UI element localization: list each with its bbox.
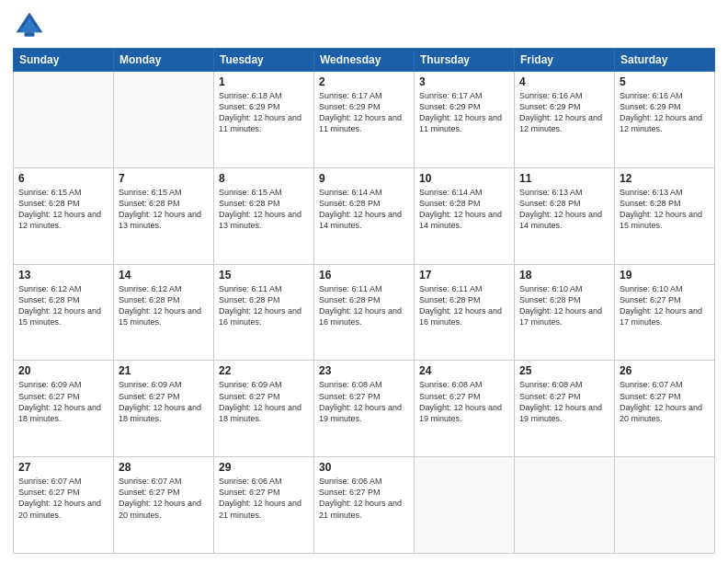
day-number: 8 — [219, 172, 309, 185]
week-row-0: 1Sunrise: 6:18 AM Sunset: 6:29 PM Daylig… — [14, 72, 715, 168]
day-number: 29 — [219, 461, 309, 474]
weekday-header-friday: Friday — [515, 49, 615, 72]
day-info: Sunrise: 6:09 AM Sunset: 6:27 PM Dayligh… — [18, 379, 108, 424]
day-info: Sunrise: 6:13 AM Sunset: 6:28 PM Dayligh… — [620, 187, 710, 232]
day-number: 1 — [219, 75, 309, 88]
week-row-3: 20Sunrise: 6:09 AM Sunset: 6:27 PM Dayli… — [14, 361, 715, 457]
calendar-cell: 18Sunrise: 6:10 AM Sunset: 6:28 PM Dayli… — [515, 264, 615, 361]
calendar-cell: 20Sunrise: 6:09 AM Sunset: 6:27 PM Dayli… — [14, 361, 114, 457]
day-number: 3 — [419, 75, 509, 88]
day-info: Sunrise: 6:15 AM Sunset: 6:28 PM Dayligh… — [18, 187, 108, 232]
calendar-cell: 5Sunrise: 6:16 AM Sunset: 6:29 PM Daylig… — [615, 72, 715, 168]
day-number: 25 — [519, 364, 609, 377]
calendar-cell: 8Sunrise: 6:15 AM Sunset: 6:28 PM Daylig… — [214, 167, 314, 264]
calendar-cell: 26Sunrise: 6:07 AM Sunset: 6:27 PM Dayli… — [615, 361, 715, 457]
calendar-cell: 12Sunrise: 6:13 AM Sunset: 6:28 PM Dayli… — [615, 167, 715, 264]
calendar-cell: 19Sunrise: 6:10 AM Sunset: 6:27 PM Dayli… — [615, 264, 715, 361]
calendar-cell: 27Sunrise: 6:07 AM Sunset: 6:27 PM Dayli… — [14, 457, 114, 554]
calendar-cell: 9Sunrise: 6:14 AM Sunset: 6:28 PM Daylig… — [314, 167, 415, 264]
week-row-1: 6Sunrise: 6:15 AM Sunset: 6:28 PM Daylig… — [14, 167, 715, 264]
calendar-cell: 11Sunrise: 6:13 AM Sunset: 6:28 PM Dayli… — [515, 167, 615, 264]
day-info: Sunrise: 6:09 AM Sunset: 6:27 PM Dayligh… — [219, 379, 309, 424]
calendar-cell — [415, 457, 515, 554]
calendar-cell: 10Sunrise: 6:14 AM Sunset: 6:28 PM Dayli… — [415, 167, 515, 264]
day-info: Sunrise: 6:11 AM Sunset: 6:28 PM Dayligh… — [319, 283, 409, 328]
day-number: 17 — [419, 269, 509, 282]
day-number: 4 — [519, 75, 609, 88]
week-row-2: 13Sunrise: 6:12 AM Sunset: 6:28 PM Dayli… — [14, 264, 715, 361]
weekday-header-tuesday: Tuesday — [214, 49, 314, 72]
calendar-body: 1Sunrise: 6:18 AM Sunset: 6:29 PM Daylig… — [14, 72, 715, 554]
day-info: Sunrise: 6:08 AM Sunset: 6:27 PM Dayligh… — [519, 379, 609, 424]
day-number: 14 — [119, 269, 209, 282]
calendar-cell — [615, 457, 715, 554]
calendar-cell: 13Sunrise: 6:12 AM Sunset: 6:28 PM Dayli… — [14, 264, 114, 361]
day-info: Sunrise: 6:16 AM Sunset: 6:29 PM Dayligh… — [620, 90, 710, 135]
calendar-cell: 14Sunrise: 6:12 AM Sunset: 6:28 PM Dayli… — [114, 264, 214, 361]
logo-icon — [13, 9, 46, 42]
day-info: Sunrise: 6:13 AM Sunset: 6:28 PM Dayligh… — [519, 187, 609, 232]
calendar-cell: 4Sunrise: 6:16 AM Sunset: 6:29 PM Daylig… — [515, 72, 615, 168]
day-info: Sunrise: 6:18 AM Sunset: 6:29 PM Dayligh… — [219, 90, 309, 135]
day-info: Sunrise: 6:15 AM Sunset: 6:28 PM Dayligh… — [119, 187, 209, 232]
calendar-cell: 15Sunrise: 6:11 AM Sunset: 6:28 PM Dayli… — [214, 264, 314, 361]
day-info: Sunrise: 6:17 AM Sunset: 6:29 PM Dayligh… — [319, 90, 409, 135]
calendar-cell: 28Sunrise: 6:07 AM Sunset: 6:27 PM Dayli… — [114, 457, 214, 554]
day-info: Sunrise: 6:12 AM Sunset: 6:28 PM Dayligh… — [18, 283, 108, 328]
day-info: Sunrise: 6:15 AM Sunset: 6:28 PM Dayligh… — [219, 187, 309, 232]
day-info: Sunrise: 6:11 AM Sunset: 6:28 PM Dayligh… — [419, 283, 509, 328]
calendar-header: SundayMondayTuesdayWednesdayThursdayFrid… — [14, 49, 715, 72]
calendar-cell: 1Sunrise: 6:18 AM Sunset: 6:29 PM Daylig… — [214, 72, 314, 168]
calendar-cell: 3Sunrise: 6:17 AM Sunset: 6:29 PM Daylig… — [415, 72, 515, 168]
day-number: 7 — [119, 172, 209, 185]
day-info: Sunrise: 6:16 AM Sunset: 6:29 PM Dayligh… — [519, 90, 609, 135]
weekday-header-wednesday: Wednesday — [314, 49, 415, 72]
calendar-cell: 16Sunrise: 6:11 AM Sunset: 6:28 PM Dayli… — [314, 264, 415, 361]
day-info: Sunrise: 6:08 AM Sunset: 6:27 PM Dayligh… — [419, 379, 509, 424]
day-number: 30 — [319, 461, 409, 474]
day-number: 12 — [620, 172, 710, 185]
calendar-cell: 21Sunrise: 6:09 AM Sunset: 6:27 PM Dayli… — [114, 361, 214, 457]
day-info: Sunrise: 6:12 AM Sunset: 6:28 PM Dayligh… — [119, 283, 209, 328]
day-info: Sunrise: 6:06 AM Sunset: 6:27 PM Dayligh… — [219, 476, 309, 521]
day-number: 9 — [319, 172, 409, 185]
weekday-header-sunday: Sunday — [14, 49, 114, 72]
day-info: Sunrise: 6:07 AM Sunset: 6:27 PM Dayligh… — [620, 379, 710, 424]
day-info: Sunrise: 6:14 AM Sunset: 6:28 PM Dayligh… — [419, 187, 509, 232]
day-number: 2 — [319, 75, 409, 88]
calendar-cell: 2Sunrise: 6:17 AM Sunset: 6:29 PM Daylig… — [314, 72, 415, 168]
page: SundayMondayTuesdayWednesdayThursdayFrid… — [0, 0, 728, 563]
day-info: Sunrise: 6:11 AM Sunset: 6:28 PM Dayligh… — [219, 283, 309, 328]
day-number: 15 — [219, 269, 309, 282]
weekday-header-row: SundayMondayTuesdayWednesdayThursdayFrid… — [14, 49, 715, 72]
calendar-cell: 23Sunrise: 6:08 AM Sunset: 6:27 PM Dayli… — [314, 361, 415, 457]
day-number: 13 — [18, 269, 108, 282]
day-number: 16 — [319, 269, 409, 282]
calendar-cell: 7Sunrise: 6:15 AM Sunset: 6:28 PM Daylig… — [114, 167, 214, 264]
day-number: 20 — [18, 364, 108, 377]
day-number: 21 — [119, 364, 209, 377]
weekday-header-monday: Monday — [114, 49, 214, 72]
calendar-cell: 29Sunrise: 6:06 AM Sunset: 6:27 PM Dayli… — [214, 457, 314, 554]
day-number: 22 — [219, 364, 309, 377]
day-info: Sunrise: 6:08 AM Sunset: 6:27 PM Dayligh… — [319, 379, 409, 424]
calendar-cell: 17Sunrise: 6:11 AM Sunset: 6:28 PM Dayli… — [415, 264, 515, 361]
calendar-cell — [114, 72, 214, 168]
calendar-cell: 25Sunrise: 6:08 AM Sunset: 6:27 PM Dayli… — [515, 361, 615, 457]
calendar-cell — [515, 457, 615, 554]
day-info: Sunrise: 6:06 AM Sunset: 6:27 PM Dayligh… — [319, 476, 409, 521]
calendar-cell: 30Sunrise: 6:06 AM Sunset: 6:27 PM Dayli… — [314, 457, 415, 554]
day-info: Sunrise: 6:09 AM Sunset: 6:27 PM Dayligh… — [119, 379, 209, 424]
day-number: 19 — [620, 269, 710, 282]
calendar-cell: 6Sunrise: 6:15 AM Sunset: 6:28 PM Daylig… — [14, 167, 114, 264]
calendar-cell: 24Sunrise: 6:08 AM Sunset: 6:27 PM Dayli… — [415, 361, 515, 457]
day-info: Sunrise: 6:07 AM Sunset: 6:27 PM Dayligh… — [119, 476, 209, 521]
day-number: 27 — [18, 461, 108, 474]
day-info: Sunrise: 6:10 AM Sunset: 6:27 PM Dayligh… — [620, 283, 710, 328]
day-number: 11 — [519, 172, 609, 185]
day-info: Sunrise: 6:10 AM Sunset: 6:28 PM Dayligh… — [519, 283, 609, 328]
day-number: 10 — [419, 172, 509, 185]
day-info: Sunrise: 6:07 AM Sunset: 6:27 PM Dayligh… — [18, 476, 108, 521]
svg-rect-2 — [25, 32, 35, 37]
day-number: 6 — [18, 172, 108, 185]
